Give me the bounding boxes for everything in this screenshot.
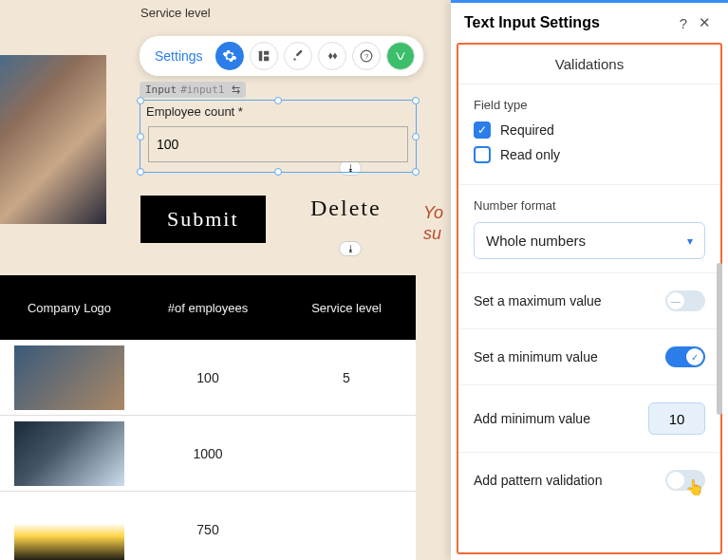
- table-row[interactable]: 1000: [0, 416, 416, 492]
- element-tag-id: #input1: [180, 84, 224, 96]
- attach-below-icon[interactable]: ⭳: [339, 241, 362, 256]
- animation-icon[interactable]: [318, 42, 346, 70]
- gear-icon[interactable]: [215, 42, 244, 70]
- data-table: Company Logo #of employees Service level…: [0, 275, 416, 560]
- panel-help-icon[interactable]: ?: [673, 15, 694, 31]
- brush-icon[interactable]: [284, 42, 312, 70]
- svg-rect-0: [258, 51, 262, 62]
- number-format-value: Whole numbers: [486, 233, 586, 249]
- number-format-select[interactable]: Whole numbers ▾: [474, 222, 705, 259]
- max-value-toggle[interactable]: —: [665, 290, 705, 311]
- resize-handle[interactable]: [137, 168, 144, 176]
- cell-service: 5: [277, 370, 416, 385]
- canvas-image: [0, 55, 106, 224]
- help-icon[interactable]: ?: [352, 42, 381, 70]
- table-row[interactable]: 100 5: [0, 340, 416, 416]
- hint-text: Yosu: [423, 203, 443, 244]
- svg-rect-2: [264, 57, 269, 62]
- required-label: Required: [500, 122, 554, 138]
- panel-title: Text Input Settings: [464, 14, 673, 31]
- readonly-label: Read only: [500, 147, 560, 162]
- number-format-label: Number format: [474, 198, 705, 213]
- required-checkbox[interactable]: ✓: [474, 121, 491, 139]
- employee-count-input[interactable]: 100: [148, 126, 408, 162]
- resize-handle[interactable]: [137, 97, 144, 104]
- cell-employees: 1000: [139, 446, 277, 461]
- resize-handle[interactable]: [137, 133, 144, 140]
- section-validations: Validations: [458, 45, 720, 84]
- resize-handle[interactable]: [412, 133, 420, 140]
- cell-employees: 750: [139, 522, 277, 537]
- element-tag[interactable]: Input #input1 ⇆: [140, 82, 246, 98]
- table-header: Company Logo #of employees Service level: [0, 275, 416, 340]
- resize-handle[interactable]: [412, 168, 420, 176]
- company-logo: [14, 497, 124, 561]
- pattern-label: Add pattern validation: [474, 473, 602, 488]
- th-logo: Company Logo: [0, 301, 139, 315]
- resize-handle[interactable]: [412, 97, 420, 104]
- company-logo: [14, 421, 124, 486]
- employee-count-field: Input #input1 ⇆ ⭳ Employee count * 100 ⭳: [140, 80, 417, 173]
- add-min-label: Add minimum value: [474, 411, 590, 426]
- svg-rect-1: [264, 51, 269, 55]
- toolbar-settings-button[interactable]: Settings: [145, 48, 213, 64]
- company-logo: [14, 345, 124, 410]
- element-toolbar: Settings ?: [140, 36, 423, 76]
- service-level-label: Service level: [140, 6, 211, 20]
- settings-panel: Text Input Settings ? ✕ Validations Fiel…: [451, 0, 728, 560]
- svg-text:?: ?: [364, 52, 367, 61]
- table-row[interactable]: 750: [0, 492, 416, 560]
- min-value-input[interactable]: [648, 402, 705, 435]
- resize-handle[interactable]: [274, 97, 282, 104]
- selection-box[interactable]: Employee count * 100: [140, 100, 417, 173]
- chevron-down-icon: ▾: [687, 234, 693, 248]
- cell-employees: 100: [139, 370, 277, 385]
- pattern-toggle[interactable]: [665, 470, 705, 491]
- flow-icon[interactable]: [386, 42, 415, 70]
- scrollbar[interactable]: [717, 263, 722, 415]
- submit-button[interactable]: Submit: [140, 196, 266, 243]
- th-service: Service level: [277, 301, 416, 315]
- max-value-label: Set a maximum value: [474, 293, 602, 308]
- field-type-label: Field type: [474, 98, 705, 112]
- resize-handle[interactable]: [274, 168, 282, 176]
- readonly-checkbox[interactable]: [474, 146, 491, 163]
- swap-icon[interactable]: ⇆: [232, 84, 240, 96]
- th-employees: #of employees: [139, 301, 277, 315]
- min-value-toggle[interactable]: ✓: [665, 346, 705, 367]
- layout-icon[interactable]: [250, 42, 278, 70]
- element-tag-name: Input: [145, 84, 177, 96]
- delete-button[interactable]: Delete: [310, 196, 382, 221]
- close-icon[interactable]: ✕: [694, 14, 715, 31]
- min-value-label: Set a minimum value: [474, 349, 598, 364]
